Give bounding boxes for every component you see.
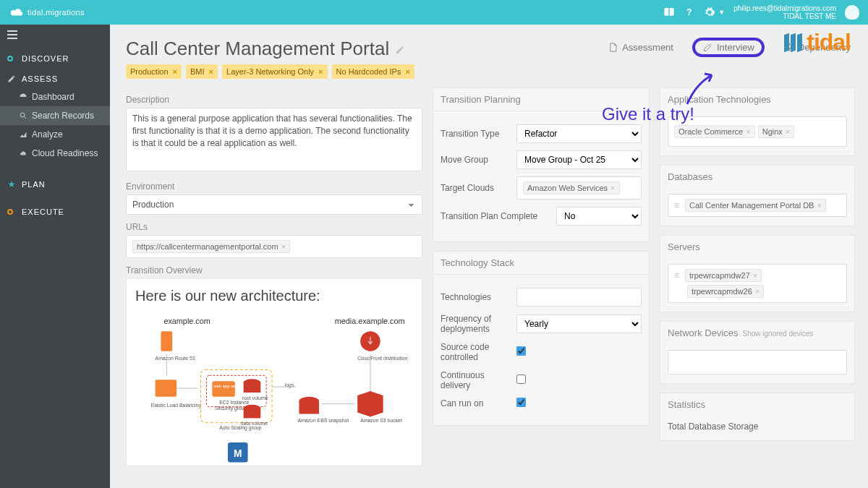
edit-title-icon[interactable] [395, 45, 405, 55]
svg-text:logs: logs [285, 382, 294, 388]
tidal-watermark-logo: tidal [784, 29, 851, 56]
architecture-diagram: Here is our new architecture: example.co… [126, 278, 422, 466]
nav-section-label: ASSESS [22, 74, 58, 83]
technologies-input[interactable] [516, 288, 642, 307]
avatar-icon[interactable] [845, 5, 859, 20]
container-checkbox[interactable] [516, 398, 526, 407]
menu-toggle-icon[interactable] [0, 25, 110, 47]
user-email: philip.rees@tidalmigrations.com [733, 4, 836, 12]
db-chip[interactable]: Call Center Management Portal DB× [685, 199, 826, 212]
user-meta[interactable]: philip.rees@tidalmigrations.com TIDAL TE… [733, 4, 836, 20]
file-icon [608, 42, 618, 53]
databases-panel: Databases ≡ Call Center Management Porta… [660, 165, 855, 226]
panel-title: Statistics [660, 393, 854, 416]
nav-item-search-records[interactable]: Search Records [0, 106, 110, 125]
server-icon: ≡ [674, 270, 679, 281]
show-ignored-link[interactable]: Show ignored devices [743, 330, 814, 338]
tab-interview[interactable]: Interview [692, 38, 765, 57]
gear-caret-icon[interactable]: ▼ [718, 9, 725, 16]
svg-text:Amazon Route 53: Amazon Route 53 [156, 356, 195, 361]
transition-type-select[interactable]: Refactor [516, 124, 642, 143]
plan-complete-select[interactable]: No [556, 207, 642, 226]
arch-title: Here is our new architecture: [135, 288, 413, 304]
tag-remove-icon[interactable]: × [405, 67, 409, 76]
svg-text:root volume: root volume [242, 395, 268, 401]
nav-section-execute[interactable]: EXECUTE [0, 200, 110, 221]
tag-remove-icon[interactable]: × [318, 67, 323, 76]
technologies-label: Technologies [441, 292, 509, 302]
svg-text:web app server: web app server [213, 384, 242, 388]
urls-label: URLs [126, 222, 422, 232]
target-clouds-input[interactable]: Amazon Web Services× [516, 176, 642, 200]
url-chip[interactable]: https://callcentermanagementportal.com× [132, 240, 290, 253]
search-icon [19, 111, 27, 120]
user-org: TIDAL TEST ME [733, 12, 836, 20]
nav-section-assess[interactable]: ASSESS [0, 67, 110, 87]
databases-input[interactable]: ≡ Call Center Management Portal DB× [668, 194, 847, 217]
app-tech-input[interactable]: Oracle Commerce× Nginx× [668, 116, 847, 147]
servers-input[interactable]: ≡ trpewrcapmdw27× trpewrcapmdw26× [668, 264, 847, 303]
chip-remove-icon[interactable]: × [786, 127, 790, 136]
annotation-text: Give it a try! [602, 104, 694, 124]
tech-chip[interactable]: Oracle Commerce× [674, 125, 755, 138]
dashboard-icon [19, 93, 27, 101]
chip-remove-icon[interactable]: × [610, 184, 615, 192]
chip-remove-icon[interactable]: × [281, 242, 286, 251]
tab-assessment[interactable]: Assessment [602, 39, 679, 56]
description-input[interactable]: This is a general purpose application th… [126, 108, 422, 171]
tag-remove-icon[interactable]: × [209, 67, 213, 76]
chip-remove-icon[interactable]: × [755, 287, 760, 296]
cd-label: Continuous delivery [441, 370, 509, 391]
server-chip[interactable]: trpewrcapmdw27× [685, 269, 762, 282]
frequency-select[interactable]: Yearly [516, 314, 642, 333]
nav-item-analyze[interactable]: Analyze [0, 125, 110, 144]
environment-select[interactable]: Production [126, 194, 422, 215]
svg-text:?: ? [686, 7, 692, 17]
panel-title: Servers [660, 236, 854, 258]
chip-remove-icon[interactable]: × [746, 127, 750, 136]
tag[interactable]: Layer-3 Networking Only× [222, 64, 328, 79]
network-input[interactable] [668, 350, 847, 374]
panel-title: Network DevicesShow ignored devices [660, 322, 854, 344]
cloud-chip[interactable]: Amazon Web Services× [523, 181, 620, 194]
nav-item-label: Search Records [32, 111, 94, 121]
urls-input[interactable]: https://callcentermanagementportal.com× [126, 235, 422, 258]
tech-chip[interactable]: Nginx× [758, 125, 795, 138]
page-title: Call Center Management Portal [126, 38, 389, 60]
cd-checkbox[interactable] [516, 374, 526, 384]
book-icon[interactable] [663, 7, 675, 18]
tag[interactable]: BMI× [186, 64, 218, 79]
nav-section-plan[interactable]: PLAN [0, 173, 110, 193]
gear-icon[interactable] [704, 7, 715, 18]
statistics-panel: Statistics Total Database Storage [660, 393, 855, 441]
nav-item-cloud-readiness[interactable]: Cloud Readiness [0, 144, 110, 163]
nav-section-discover[interactable]: DISCOVER [0, 47, 110, 67]
nav-section-label: DISCOVER [22, 54, 69, 63]
middle-column: Transition Planning Transition TypeRefac… [433, 87, 650, 466]
tag[interactable]: No Hardcoded IPs× [332, 64, 414, 79]
edit-icon [702, 42, 713, 53]
tag[interactable]: Production× [126, 64, 182, 79]
svg-text:Auto Scaling group: Auto Scaling group [219, 425, 261, 431]
svg-rect-8 [156, 380, 177, 397]
chart-icon [19, 130, 27, 139]
transition-type-label: Transition Type [441, 129, 509, 139]
chip-remove-icon[interactable]: × [817, 201, 821, 210]
nav-section-label: EXECUTE [22, 207, 64, 216]
svg-text:Amazon S3 bucket: Amazon S3 bucket [360, 418, 402, 423]
description-label: Description [126, 95, 422, 105]
target-clouds-label: Target Clouds [441, 183, 509, 193]
nav-item-dashboard[interactable]: Dashboard [0, 87, 110, 106]
pencil-icon [7, 74, 16, 83]
arch-svg: example.com media.example.com Amazon Rou… [135, 314, 413, 466]
tag-remove-icon[interactable]: × [173, 67, 177, 76]
panel-title: Technology Stack [433, 252, 649, 275]
scc-checkbox[interactable] [516, 346, 526, 356]
environment-label: Environment [126, 181, 422, 192]
logo-text: tidal [807, 29, 851, 56]
svg-text:Security group: Security group [215, 406, 247, 411]
chip-remove-icon[interactable]: × [753, 271, 757, 280]
server-chip[interactable]: trpewrcapmdw26× [687, 285, 764, 298]
help-icon[interactable]: ? [684, 7, 695, 18]
move-group-select[interactable]: Move Group - Oct 25 [516, 150, 642, 169]
